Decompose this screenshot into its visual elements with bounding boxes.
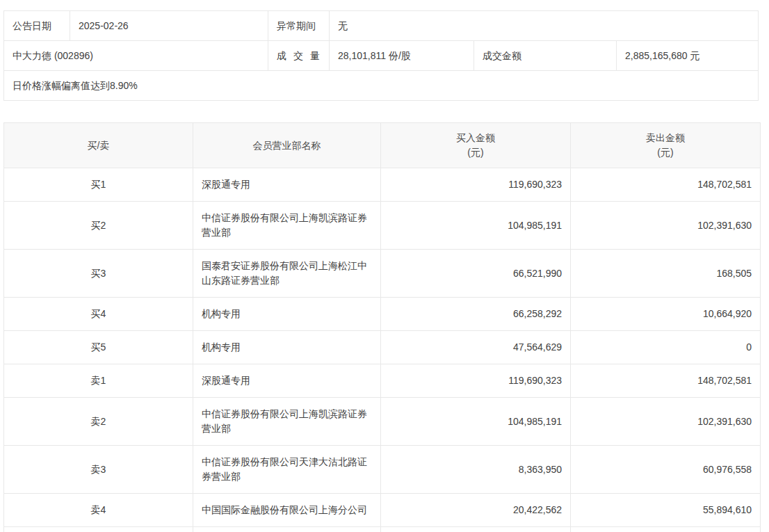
branch-cell: 中信证券股份有限公司上海凯滨路证券营业部 [193, 202, 381, 250]
sell-amount-cell: 0 [571, 331, 761, 364]
section-gap [0, 101, 769, 122]
buy-amount-cell: 104,985,191 [381, 202, 571, 250]
info-row-stock: 中大力德 (002896) 成交量 28,101,811 份/股 成交金额 2,… [4, 41, 759, 71]
side-cell: 卖1 [4, 364, 193, 398]
turnover-value: 2,885,165,680 元 [617, 41, 759, 71]
sell-amount-cell: 102,391,630 [571, 398, 761, 446]
announce-date-value: 2025-02-26 [70, 11, 268, 41]
trading-disclosure-page: 公告日期 2025-02-26 异常期间 无 中大力德 (002896) 成交量… [0, 0, 769, 532]
branch-cell: 深股通专用 [193, 364, 381, 398]
side-cell: 卖3 [4, 446, 193, 494]
buy-amount-cell: 104,985,191 [381, 398, 571, 446]
side-cell: 买3 [4, 250, 193, 298]
side-cell: 买4 [4, 298, 193, 331]
volume-value: 28,101,811 份/股 [330, 41, 474, 71]
table-row: 卖1 深股通专用 119,690,323 148,702,581 [4, 364, 761, 398]
sell-amount-cell: 10,664,920 [571, 298, 761, 331]
buy-amount-cell: 9,963,904 [381, 527, 571, 532]
col-header-side: 买/卖 [4, 123, 193, 168]
info-row-reason: 日价格涨幅偏离值达到8.90% [4, 71, 759, 101]
turnover-label: 成交金额 [474, 41, 617, 71]
branch-cell: 机构专用 [193, 331, 381, 364]
sell-amount-unit: (元) [579, 145, 752, 160]
buy-amount-cell: 119,690,323 [381, 364, 571, 398]
buy-amount-cell: 20,422,562 [381, 494, 571, 527]
branch-cell: 机构专用 [193, 298, 381, 331]
side-cell: 买5 [4, 331, 193, 364]
table-row: 卖2 中信证券股份有限公司上海凯滨路证券营业部 104,985,191 102,… [4, 398, 761, 446]
volume-label: 成交量 [268, 41, 330, 71]
table-row: 卖5 机构专用 9,963,904 42,916,331 [4, 527, 761, 532]
listing-reason: 日价格涨幅偏离值达到8.90% [4, 71, 759, 101]
col-header-buy-amount: 买入金额 (元) [381, 123, 571, 168]
sell-amount-cell: 148,702,581 [571, 364, 761, 398]
table-row: 买5 机构专用 47,564,629 0 [4, 331, 761, 364]
side-cell: 卖4 [4, 494, 193, 527]
abnormal-period-label: 异常期间 [268, 11, 330, 41]
announce-date-label: 公告日期 [4, 11, 70, 41]
buy-amount-cell: 8,363,950 [381, 446, 571, 494]
abnormal-period-value: 无 [330, 11, 759, 41]
table-row: 买4 机构专用 66,258,292 10,664,920 [4, 298, 761, 331]
table-row: 卖3 中信证券股份有限公司天津大沽北路证券营业部 8,363,950 60,97… [4, 446, 761, 494]
broker-seats-table: 买/卖 会员营业部名称 买入金额 (元) 卖出金额 (元) 买1 深股通专用 1… [3, 122, 761, 532]
table-header: 买/卖 会员营业部名称 买入金额 (元) 卖出金额 (元) [4, 123, 761, 168]
branch-cell: 中信证券股份有限公司天津大沽北路证券营业部 [193, 446, 381, 494]
stock-summary-table: 公告日期 2025-02-26 异常期间 无 中大力德 (002896) 成交量… [3, 10, 759, 101]
sell-amount-cell: 148,702,581 [571, 168, 761, 202]
side-cell: 买2 [4, 202, 193, 250]
side-cell: 卖2 [4, 398, 193, 446]
branch-cell: 机构专用 [193, 527, 381, 532]
sell-amount-cell: 168,505 [571, 250, 761, 298]
buy-amount-cell: 66,521,990 [381, 250, 571, 298]
table-row: 卖4 中国国际金融股份有限公司上海分公司 20,422,562 55,894,6… [4, 494, 761, 527]
stock-name: 中大力德 (002896) [4, 41, 268, 71]
branch-cell: 深股通专用 [193, 168, 381, 202]
sell-amount-cell: 60,976,558 [571, 446, 761, 494]
info-row-date: 公告日期 2025-02-26 异常期间 无 [4, 11, 759, 41]
table-row: 买1 深股通专用 119,690,323 148,702,581 [4, 168, 761, 202]
branch-cell: 中信证券股份有限公司上海凯滨路证券营业部 [193, 398, 381, 446]
col-header-sell-amount: 卖出金额 (元) [571, 123, 761, 168]
branch-cell: 中国国际金融股份有限公司上海分公司 [193, 494, 381, 527]
side-cell: 卖5 [4, 527, 193, 532]
buy-amount-cell: 119,690,323 [381, 168, 571, 202]
buy-amount-label: 买入金额 [389, 131, 562, 145]
sell-amount-cell: 42,916,331 [571, 527, 761, 532]
side-cell: 买1 [4, 168, 193, 202]
table-body: 买1 深股通专用 119,690,323 148,702,581 买2 中信证券… [4, 168, 761, 532]
buy-amount-cell: 47,564,629 [381, 331, 571, 364]
buy-amount-unit: (元) [389, 145, 562, 160]
buy-amount-cell: 66,258,292 [381, 298, 571, 331]
table-row: 买2 中信证券股份有限公司上海凯滨路证券营业部 104,985,191 102,… [4, 202, 761, 250]
sell-amount-cell: 55,894,610 [571, 494, 761, 527]
table-row: 买3 国泰君安证券股份有限公司上海松江中山东路证券营业部 66,521,990 … [4, 250, 761, 298]
branch-cell: 国泰君安证券股份有限公司上海松江中山东路证券营业部 [193, 250, 381, 298]
volume-label-text: 成交量 [277, 49, 320, 63]
sell-amount-cell: 102,391,630 [571, 202, 761, 250]
header-row: 买/卖 会员营业部名称 买入金额 (元) 卖出金额 (元) [4, 123, 761, 168]
col-header-branch: 会员营业部名称 [193, 123, 381, 168]
sell-amount-label: 卖出金额 [579, 131, 752, 145]
